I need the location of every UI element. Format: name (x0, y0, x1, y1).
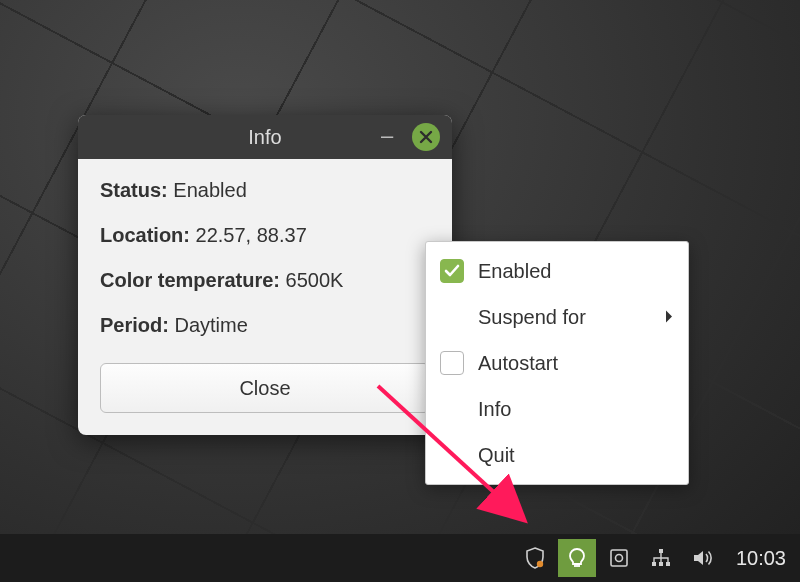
close-button-label: Close (239, 377, 290, 399)
status-label: Status: (100, 179, 168, 201)
menu-item-quit[interactable]: Quit (426, 432, 688, 478)
svg-rect-7 (659, 562, 663, 566)
dialog-body: Status: Enabled Location: 22.57, 88.37 C… (78, 159, 452, 435)
shield-icon[interactable] (516, 539, 554, 577)
chevron-right-icon (664, 306, 674, 329)
menu-item-label: Quit (478, 444, 515, 467)
panel-clock[interactable]: 10:03 (736, 547, 786, 570)
close-button[interactable]: Close (100, 363, 430, 413)
menu-item-info[interactable]: Info (426, 386, 688, 432)
svg-point-4 (615, 555, 622, 562)
period-row: Period: Daytime (100, 314, 430, 337)
svg-rect-3 (611, 550, 627, 566)
svg-rect-8 (666, 562, 670, 566)
tray-context-menu: Enabled Suspend for Autostart Info Quit (425, 241, 689, 485)
info-dialog: Info – Status: Enabled Location: 22.57, … (78, 115, 452, 435)
location-row: Location: 22.57, 88.37 (100, 224, 430, 247)
period-value: Daytime (174, 314, 247, 336)
checkbox-checked-icon (440, 259, 464, 283)
svg-rect-5 (659, 549, 663, 553)
minimize-icon[interactable]: – (378, 127, 396, 145)
location-value: 22.57, 88.37 (196, 224, 307, 246)
menu-item-label: Suspend for (478, 306, 586, 329)
network-icon[interactable] (642, 539, 680, 577)
color-temp-value: 6500K (286, 269, 344, 291)
status-row: Status: Enabled (100, 179, 430, 202)
svg-point-1 (537, 561, 543, 567)
checkbox-unchecked-icon (440, 351, 464, 375)
menu-item-enabled[interactable]: Enabled (426, 248, 688, 294)
close-icon (419, 130, 433, 144)
system-panel: 10:03 (0, 534, 800, 582)
menu-item-label: Autostart (478, 352, 558, 375)
dialog-title: Info (248, 126, 281, 149)
menu-item-label: Enabled (478, 260, 551, 283)
svg-rect-6 (652, 562, 656, 566)
status-value: Enabled (173, 179, 246, 201)
volume-icon[interactable] (684, 539, 722, 577)
location-label: Location: (100, 224, 190, 246)
display-icon[interactable] (600, 539, 638, 577)
menu-item-suspend[interactable]: Suspend for (426, 294, 688, 340)
menu-item-label: Info (478, 398, 511, 421)
color-temp-label: Color temperature: (100, 269, 280, 291)
titlebar-close-button[interactable] (412, 123, 440, 151)
dialog-titlebar[interactable]: Info – (78, 115, 452, 159)
lightbulb-icon[interactable] (558, 539, 596, 577)
color-temp-row: Color temperature: 6500K (100, 269, 430, 292)
period-label: Period: (100, 314, 169, 336)
menu-item-autostart[interactable]: Autostart (426, 340, 688, 386)
